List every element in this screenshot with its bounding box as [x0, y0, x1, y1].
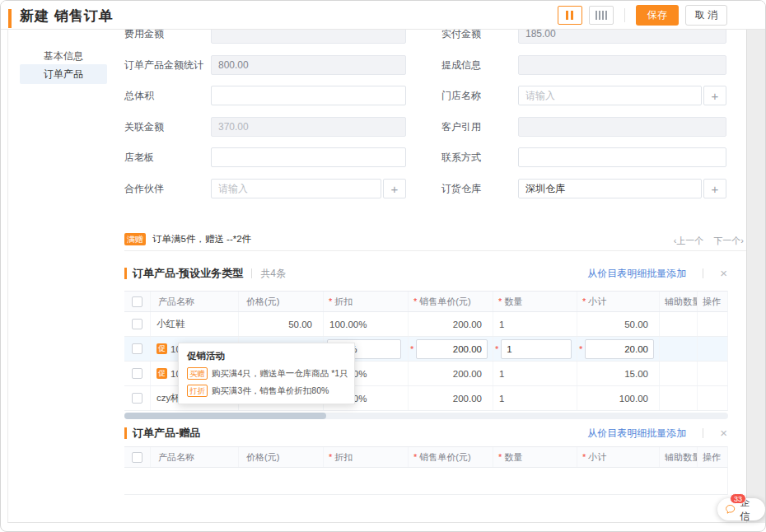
- scrollbar-thumb[interactable]: [124, 413, 326, 419]
- section-accent-bar: [124, 427, 127, 439]
- field-label: 实付金额: [441, 30, 481, 44]
- store-name-add-button[interactable]: +: [703, 86, 726, 105]
- warehouse-add-button[interactable]: +: [703, 179, 726, 198]
- field-group-store-name: 门店名称 +: [441, 86, 726, 105]
- shop-owner-field: [211, 147, 406, 167]
- main-content: 基本信息 订单产品 费用金额 实付金额 185.00 订单产品金额统计 800.…: [7, 30, 747, 523]
- gifts-table: 产品名称 价格(元) *折扣 *销售单价(元) *数量 *小计 辅助数量 操作: [124, 446, 728, 495]
- field-label: 提成信息: [441, 55, 481, 75]
- two-column-view-toggle-icon[interactable]: [558, 6, 582, 25]
- select-all-checkbox[interactable]: [132, 452, 142, 463]
- partner-input[interactable]: [218, 183, 374, 194]
- warehouse-field: [518, 179, 702, 198]
- field-group-product-amount-total: 订单产品金额统计 800.00: [124, 55, 406, 75]
- partner-add-button[interactable]: +: [383, 179, 406, 198]
- operation-cell: [698, 312, 728, 336]
- row-checkbox[interactable]: [132, 393, 142, 404]
- save-button[interactable]: 保存: [636, 5, 679, 26]
- contact-input[interactable]: [525, 152, 719, 163]
- right-scroll-gutter[interactable]: [746, 30, 765, 523]
- promotion-tooltip: 促销活动 买赠 购买满4只，赠送单一仓库商品 *1只 打折 购买满3件，销售单价…: [178, 343, 355, 404]
- products-section-actions: 从价目表明细批量添加 ×: [587, 267, 727, 280]
- section-divider: [703, 428, 703, 438]
- products-table-header: 产品名称 价格(元) *折扣 *销售单价(元) *数量 *小计 辅助数量 操作: [124, 291, 727, 312]
- field-label: 总体积: [124, 86, 154, 105]
- subtotal-input[interactable]: [585, 339, 654, 359]
- related-amount-field: 370.00: [211, 117, 406, 137]
- commission-info-field: [518, 55, 726, 75]
- promo-badge: 促: [156, 368, 167, 379]
- header-actions: 保存 取 消: [558, 5, 727, 26]
- list-view-toggle-icon[interactable]: [589, 6, 614, 25]
- required-asterisk: *: [410, 344, 413, 354]
- prev-promotion-link[interactable]: ‹上一个: [674, 235, 704, 247]
- aux-qty-cell: [660, 362, 698, 385]
- product-name-cell: 小红鞋: [151, 312, 239, 336]
- products-section-title: 订单产品-预设业务类型: [133, 266, 243, 281]
- close-icon[interactable]: ×: [720, 427, 727, 439]
- operation-cell: [698, 386, 728, 410]
- fee-amount-field: [211, 30, 406, 44]
- products-section-header: 订单产品-预设业务类型 共4条: [124, 267, 286, 280]
- batch-add-from-pricelist-link[interactable]: 从价目表明细批量添加: [587, 427, 686, 441]
- field-group-customer-ref: 客户引用: [441, 117, 726, 137]
- field-label: 客户引用: [441, 117, 481, 137]
- field-group-commission-info: 提成信息: [441, 55, 726, 75]
- row-checkbox[interactable]: [132, 368, 142, 379]
- promotion-text: 订单满5件，赠送 --*2件: [152, 233, 251, 245]
- required-asterisk: *: [495, 344, 498, 354]
- gifts-table-header: 产品名称 价格(元) *折扣 *销售单价(元) *数量 *小计 辅助数量 操作: [124, 446, 727, 468]
- field-label: 联系方式: [441, 147, 481, 167]
- tooltip-title: 促销活动: [187, 350, 346, 362]
- section-accent-bar: [124, 268, 127, 279]
- field-label: 店老板: [124, 147, 154, 167]
- field-label: 合作伙伴: [124, 179, 164, 198]
- field-label: 订单产品金额统计: [124, 55, 203, 75]
- products-count: 共4条: [260, 267, 286, 281]
- qty-cell: 1: [493, 362, 577, 385]
- table-row[interactable]: 小红鞋 50.00 100.00% 200.00 1 50.00: [124, 312, 727, 337]
- store-name-field: [518, 86, 702, 105]
- promotion-banner: 满赠 订单满5件，赠送 --*2件: [124, 233, 251, 245]
- qty-input[interactable]: [501, 339, 572, 359]
- gifts-section-actions: 从价目表明细批量添加 ×: [587, 427, 727, 440]
- gifts-table-empty-body: [124, 468, 727, 495]
- table-horizontal-scrollbar[interactable]: [124, 413, 728, 419]
- field-group-paid-amount: 实付金额 185.00: [441, 30, 726, 44]
- contact-field: [518, 147, 726, 167]
- cancel-button[interactable]: 取 消: [685, 5, 727, 26]
- next-promotion-link[interactable]: 下一个›: [713, 235, 744, 247]
- promo-badge: 促: [156, 343, 167, 354]
- qty-cell: 1: [493, 312, 577, 336]
- field-label: 关联金额: [124, 117, 164, 137]
- field-group-warehouse: 订货仓库 +: [441, 179, 726, 198]
- price-cell: 50.00: [239, 312, 324, 336]
- unit-price-input[interactable]: [416, 339, 488, 359]
- row-checkbox[interactable]: [132, 319, 142, 329]
- row-checkbox[interactable]: [132, 343, 142, 354]
- required-asterisk: *: [579, 344, 582, 354]
- store-name-input[interactable]: [525, 90, 694, 101]
- field-group-shop-owner: 店老板: [124, 147, 406, 167]
- operation-cell: [698, 337, 728, 361]
- sidebar-item-basic-info[interactable]: 基本信息: [20, 46, 107, 66]
- batch-add-from-pricelist-link[interactable]: 从价目表明细批量添加: [587, 267, 686, 281]
- discount-tag: 打折: [187, 385, 208, 397]
- tooltip-item: 打折 购买满3件，销售单价折扣80%: [187, 385, 346, 397]
- tooltip-item: 买赠 购买满4只，赠送单一仓库商品 *1只: [187, 367, 346, 380]
- shop-owner-input[interactable]: [218, 152, 399, 163]
- warehouse-input[interactable]: [525, 183, 694, 194]
- select-all-checkbox[interactable]: [132, 296, 142, 307]
- section-divider: [703, 268, 703, 278]
- total-volume-field: [211, 86, 406, 105]
- qixin-widget[interactable]: 33 企信: [717, 498, 765, 520]
- sales-order-window: 新建 销售订单 保存 取 消 基本信息 订单产品 费用金额 实付金额 185.0…: [0, 0, 766, 532]
- unit-price-cell: 200.00: [409, 362, 493, 385]
- unit-price-cell: 200.00: [409, 386, 493, 410]
- total-volume-input[interactable]: [218, 90, 399, 101]
- close-icon[interactable]: ×: [720, 268, 727, 279]
- sidebar-item-order-products[interactable]: 订单产品: [20, 64, 107, 84]
- section-divider: [251, 268, 252, 278]
- field-group-partner: 合作伙伴 +: [124, 179, 406, 198]
- header-divider: [624, 8, 625, 22]
